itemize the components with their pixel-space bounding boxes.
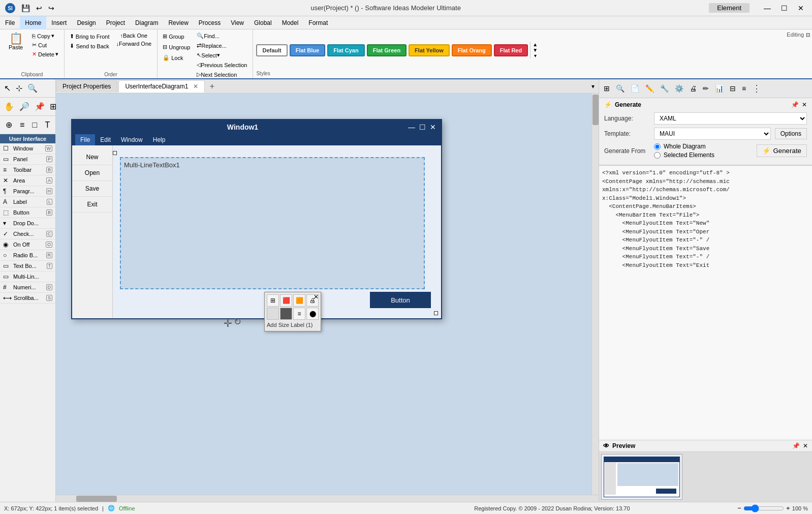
palette-item-button[interactable]: ⬚ Button B bbox=[0, 207, 55, 218]
menu-process[interactable]: Process bbox=[194, 16, 226, 29]
palette-item-window[interactable]: ☐ Window W bbox=[0, 143, 55, 154]
ft-btn-1[interactable]: ⊞ bbox=[267, 294, 279, 307]
menu-insert[interactable]: Insert bbox=[46, 16, 72, 29]
mock-menu-edit[interactable]: Edit bbox=[95, 134, 116, 145]
mock-menu-file[interactable]: File bbox=[75, 134, 95, 145]
replace-button[interactable]: ⇄ Replace... bbox=[194, 41, 249, 50]
horizontal-scroll-thumb[interactable] bbox=[76, 496, 117, 502]
palette-item-toolbar[interactable]: ≡ Toolbar B bbox=[0, 165, 55, 175]
mock-sidebar-save[interactable]: Save bbox=[72, 181, 112, 197]
tab-project-properties[interactable]: Project Properties bbox=[56, 80, 117, 92]
menu-file[interactable]: File bbox=[0, 16, 20, 29]
palette-item-panel[interactable]: ▭ Panel P bbox=[0, 154, 55, 165]
style-flat-orange[interactable]: Flat Orang bbox=[452, 44, 492, 56]
tool-move[interactable]: ⊕ bbox=[4, 118, 14, 132]
mock-textbox[interactable]: Multi-LineTextBox1 bbox=[120, 157, 425, 289]
ft-btn-7[interactable]: ≡ bbox=[293, 308, 305, 320]
editing-expand-btn[interactable]: ⊡ bbox=[806, 32, 810, 38]
bring-to-front-button[interactable]: ⬆ Bring to Front bbox=[68, 32, 112, 41]
rp-btn-7[interactable]: 🖨 bbox=[687, 81, 699, 96]
rp-btn-2[interactable]: 🔍 bbox=[613, 81, 627, 96]
mock-close-btn[interactable]: ✕ bbox=[430, 123, 436, 131]
palette-item-onoff[interactable]: ◉ On Off O bbox=[0, 239, 55, 250]
palette-item-textbox[interactable]: ▭ Text Bo... T bbox=[0, 261, 55, 271]
style-default[interactable]: Default bbox=[256, 44, 287, 56]
palette-item-area[interactable]: ✕ Area A bbox=[0, 175, 55, 186]
ft-btn-5[interactable] bbox=[267, 308, 279, 320]
style-flat-red[interactable]: Flat Red bbox=[494, 44, 528, 56]
code-area[interactable]: <?xml version="1.0" encoding="utf-8" > <… bbox=[599, 165, 812, 440]
delete-dropdown-icon[interactable]: ▾ bbox=[55, 51, 58, 57]
palette-item-dropdown[interactable]: ▾ Drop Do... bbox=[0, 218, 55, 229]
group-button[interactable]: ⊞ Group bbox=[161, 32, 192, 41]
zoom-out-btn[interactable]: − bbox=[737, 504, 741, 512]
mock-maximize-btn[interactable]: ☐ bbox=[419, 123, 426, 131]
cut-button[interactable]: ✂ Cut bbox=[29, 41, 61, 49]
rp-btn-1[interactable]: ⊞ bbox=[601, 81, 612, 96]
prev-selection-button[interactable]: ◁ Previous Selection bbox=[194, 61, 249, 69]
palette-item-label[interactable]: A Label L bbox=[0, 197, 55, 207]
horizontal-scrollbar[interactable] bbox=[56, 495, 599, 502]
palette-item-scrollbar[interactable]: ⟷ Scrollba... S bbox=[0, 293, 55, 304]
mock-sidebar-open[interactable]: Open bbox=[72, 165, 112, 181]
menu-model[interactable]: Model bbox=[277, 16, 304, 29]
styles-scroll-up[interactable]: ▲ bbox=[533, 42, 538, 47]
mock-sidebar-new[interactable]: New bbox=[72, 149, 112, 165]
tab-close-icon[interactable]: ✕ bbox=[193, 83, 198, 90]
mock-button[interactable]: Button bbox=[370, 292, 431, 308]
whole-diagram-radio-label[interactable]: Whole Diagram bbox=[654, 143, 714, 150]
maximize-btn[interactable]: ☐ bbox=[777, 3, 792, 13]
rp-btn-12[interactable]: ⋮ bbox=[749, 81, 764, 96]
close-btn[interactable]: ✕ bbox=[794, 3, 808, 13]
selected-elements-radio[interactable] bbox=[654, 152, 661, 159]
forward-one-button[interactable]: ↓ Forward One bbox=[113, 40, 154, 48]
tool-text[interactable]: T bbox=[43, 118, 52, 132]
ft-btn-2[interactable]: 🟥 bbox=[280, 294, 292, 307]
mock-menu-window[interactable]: Window bbox=[116, 134, 148, 145]
select-dropdown-icon[interactable]: ▾ bbox=[217, 52, 220, 58]
rp-btn-8[interactable]: ✏ bbox=[700, 81, 711, 96]
tool-pin[interactable]: 📌 bbox=[33, 100, 47, 113]
diagram-canvas[interactable]: Window1 — ☐ ✕ File Edit Window Help bbox=[56, 94, 591, 495]
tab-userinterface-diagram[interactable]: UserInterfaceDiagram1 ✕ bbox=[118, 80, 204, 93]
zoom-in-btn[interactable]: + bbox=[786, 504, 790, 512]
rp-btn-3[interactable]: 📄 bbox=[628, 81, 642, 96]
paste-button[interactable]: 📋 Paste bbox=[3, 32, 28, 52]
tab-add-btn[interactable]: + bbox=[206, 80, 218, 93]
ungroup-button[interactable]: ⊟ Ungroup bbox=[161, 42, 192, 52]
send-to-back-button[interactable]: ⬇ Send to Back bbox=[68, 41, 111, 51]
preview-pin-btn[interactable]: 📌 bbox=[792, 442, 800, 449]
tab-dropdown-btn[interactable]: ▾ bbox=[587, 81, 599, 92]
generate-button[interactable]: ⚡ Generate bbox=[757, 144, 807, 157]
style-flat-cyan[interactable]: Flat Cyan bbox=[327, 44, 365, 56]
tool-zoom[interactable]: 🔎 bbox=[17, 100, 32, 113]
menu-global[interactable]: Global bbox=[249, 16, 277, 29]
style-flat-yellow[interactable]: Flat Yellow bbox=[409, 44, 450, 56]
lock-button[interactable]: 🔒 Lock bbox=[161, 53, 192, 63]
select-button[interactable]: ↖ Select ▾ bbox=[194, 51, 249, 59]
back-one-button[interactable]: ↑ Back One bbox=[117, 32, 150, 40]
search-input-btn[interactable]: 🔍 bbox=[25, 81, 40, 95]
tool-select[interactable]: ⊹ bbox=[14, 81, 24, 95]
palette-item-multiline[interactable]: ▭ Multi-Lin... bbox=[0, 271, 55, 282]
btn-handle-br[interactable] bbox=[434, 311, 438, 315]
rp-btn-5[interactable]: 🔧 bbox=[658, 81, 671, 96]
menu-diagram[interactable]: Diagram bbox=[130, 16, 163, 29]
style-flat-blue[interactable]: Flat Blue bbox=[290, 44, 325, 56]
handle-br[interactable] bbox=[113, 151, 117, 155]
copy-dropdown-icon[interactable]: ▾ bbox=[51, 33, 54, 39]
menu-home[interactable]: Home bbox=[20, 16, 46, 29]
menu-design[interactable]: Design bbox=[72, 16, 101, 29]
copy-button[interactable]: ⎘ Copy ▾ bbox=[29, 32, 61, 40]
quick-redo-btn[interactable]: ↪ bbox=[46, 3, 56, 13]
generate-panel-close-btn[interactable]: ✕ bbox=[802, 101, 807, 108]
vertical-scroll-thumb[interactable] bbox=[592, 95, 599, 125]
rp-btn-6[interactable]: ⚙️ bbox=[672, 81, 686, 96]
whole-diagram-radio[interactable] bbox=[654, 143, 661, 150]
ft-btn-6[interactable] bbox=[280, 308, 292, 320]
menu-format[interactable]: Format bbox=[303, 16, 333, 29]
rp-btn-10[interactable]: ⊟ bbox=[727, 81, 738, 96]
rp-btn-11[interactable]: ≡ bbox=[739, 81, 748, 96]
preview-close-btn[interactable]: ✕ bbox=[803, 442, 808, 449]
zoom-slider[interactable] bbox=[743, 504, 784, 512]
